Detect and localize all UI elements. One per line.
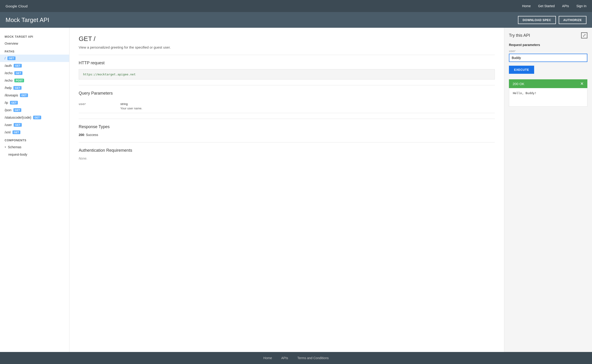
footer-home[interactable]: Home	[263, 356, 272, 360]
param-name: user	[79, 102, 116, 110]
response-box: 200 OK ✕ Hello, Buddy!	[509, 79, 587, 107]
sidebar-item-label: /user	[5, 123, 12, 127]
user-input[interactable]	[509, 54, 587, 62]
top-nav-links: Home Get Started APIs Sign In	[522, 4, 586, 8]
sidebar-item-statuscode-get[interactable]: /statuscode/{code} GET	[0, 114, 69, 121]
param-info: string Your user name.	[120, 102, 142, 110]
sidebar-item-user-get[interactable]: /user GET	[0, 121, 69, 129]
http-request-title: HTTP request	[79, 61, 495, 65]
sidebar-item-root-get[interactable]: / GET	[0, 55, 69, 62]
footer-terms[interactable]: Terms and Conditions	[297, 356, 329, 360]
endpoint-title: GET /	[79, 35, 495, 43]
response-code-value: 200	[79, 133, 84, 137]
sidebar: MOCK TARGET API Overview PATHS / GET /au…	[0, 28, 69, 352]
footer-apis[interactable]: APIs	[281, 356, 288, 360]
nav-home[interactable]: Home	[522, 4, 531, 8]
sidebar-item-label: /ip	[5, 101, 8, 104]
response-code-label: Success	[86, 133, 98, 137]
sidebar-item-label: /iloveapis	[5, 93, 18, 97]
sidebar-item-echo-post[interactable]: /echo POST	[0, 77, 69, 84]
sidebar-item-label: /	[5, 56, 6, 60]
sidebar-item-schemas[interactable]: ▾ Schemas	[0, 143, 69, 151]
sidebar-item-overview[interactable]: Overview	[0, 40, 69, 47]
divider-3	[79, 119, 495, 119]
badge-get: GET	[10, 101, 18, 104]
sidebar-item-label: Schemas	[8, 145, 21, 149]
badge-get: GET	[33, 116, 41, 119]
sidebar-item-xml-get[interactable]: /xml GET	[0, 129, 69, 136]
chevron-down-icon: ▾	[5, 145, 6, 149]
title-bar-buttons: DOWNLOAD SPEC AUTHORIZE	[518, 16, 586, 24]
sidebar-item-iloveapis-get[interactable]: /iloveapis GET	[0, 91, 69, 99]
sidebar-item-label: /statuscode/{code}	[5, 116, 31, 119]
expand-icon[interactable]: ⤢	[581, 32, 587, 38]
response-code-separator: :	[84, 133, 86, 137]
badge-get: GET	[20, 93, 28, 97]
sidebar-item-label: /echo	[5, 79, 13, 82]
http-request-url: https://mocktarget.apigee.net	[79, 69, 495, 79]
sidebar-section-paths-title: PATHS	[0, 47, 69, 55]
logo: Google Cloud	[6, 4, 27, 8]
badge-get: GET	[13, 86, 21, 90]
sidebar-section-components-title: COMPONENTS	[0, 136, 69, 143]
badge-get: GET	[13, 130, 21, 134]
sidebar-item-label: /auth	[5, 64, 12, 67]
top-nav: Google Cloud Home Get Started APIs Sign …	[0, 0, 592, 12]
badge-get: GET	[13, 108, 21, 112]
params-table: user string Your user name.	[79, 99, 495, 113]
sidebar-item-label: request-body	[8, 153, 27, 156]
response-close-button[interactable]: ✕	[580, 82, 584, 86]
badge-post: POST	[14, 79, 24, 82]
try-panel-title: Try this API	[509, 33, 530, 38]
sidebar-item-json-get[interactable]: /json GET	[0, 106, 69, 114]
try-panel: Try this API ⤢ Request parameters user E…	[504, 28, 592, 352]
sidebar-item-label: /json	[5, 108, 12, 112]
response-header: 200 OK ✕	[509, 79, 587, 88]
sidebar-item-label: /xml	[5, 130, 11, 134]
query-params-title: Query Parameters	[79, 91, 495, 96]
sidebar-section-mock-api-title: MOCK TARGET API	[0, 32, 69, 40]
page-title: Mock Target API	[6, 16, 49, 24]
nav-apis[interactable]: APIs	[562, 4, 569, 8]
endpoint-description: View a personalized greeting for the spe…	[79, 45, 495, 49]
try-param-label: user	[509, 50, 587, 53]
sidebar-item-ip-get[interactable]: /ip GET	[0, 99, 69, 106]
response-status: 200 OK	[513, 82, 524, 86]
request-params-title: Request parameters	[509, 43, 587, 47]
param-type: string	[120, 102, 142, 106]
badge-get: GET	[7, 56, 15, 60]
response-body: Hello, Buddy!	[509, 88, 587, 107]
auth-requirements-title: Authentication Requirements	[79, 148, 495, 153]
divider-4	[79, 142, 495, 143]
param-description: Your user name.	[120, 107, 142, 110]
main-layout: MOCK TARGET API Overview PATHS / GET /au…	[0, 28, 592, 352]
sidebar-item-label: Overview	[5, 42, 18, 45]
sidebar-item-echo-get[interactable]: /echo GET	[0, 69, 69, 77]
content-area: GET / View a personalized greeting for t…	[69, 28, 504, 352]
try-panel-header: Try this API ⤢	[509, 32, 587, 38]
table-row: user string Your user name.	[79, 99, 495, 113]
sidebar-item-request-body[interactable]: request-body	[0, 151, 69, 158]
sidebar-item-label: /help	[5, 86, 12, 90]
title-bar: Mock Target API DOWNLOAD SPEC AUTHORIZE	[0, 12, 592, 28]
nav-get-started[interactable]: Get Started	[538, 4, 555, 8]
response-types-title: Response Types	[79, 124, 495, 129]
badge-get: GET	[14, 71, 22, 75]
badge-get: GET	[14, 64, 22, 67]
footer: Home APIs Terms and Conditions	[0, 352, 592, 364]
download-spec-button[interactable]: DOWNLOAD SPEC	[518, 16, 556, 24]
execute-button[interactable]: EXECUTE	[509, 66, 534, 74]
nav-sign-in[interactable]: Sign In	[576, 4, 586, 8]
response-code-200: 200: Success	[79, 133, 495, 137]
badge-get: GET	[14, 123, 22, 127]
auth-requirements-value: None.	[79, 156, 495, 160]
divider-1	[79, 55, 495, 55]
sidebar-item-label: /echo	[5, 71, 13, 75]
authorize-button[interactable]: AUTHORIZE	[559, 16, 586, 24]
sidebar-item-auth-get[interactable]: /auth GET	[0, 62, 69, 69]
sidebar-item-help-get[interactable]: /help GET	[0, 84, 69, 91]
